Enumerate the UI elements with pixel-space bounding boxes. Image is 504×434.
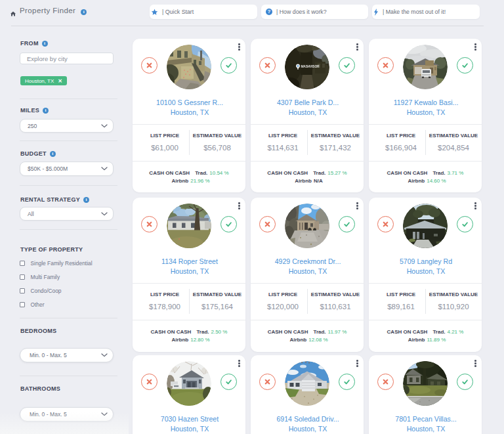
svg-text:MASHVISOR: MASHVISOR <box>301 65 320 68</box>
